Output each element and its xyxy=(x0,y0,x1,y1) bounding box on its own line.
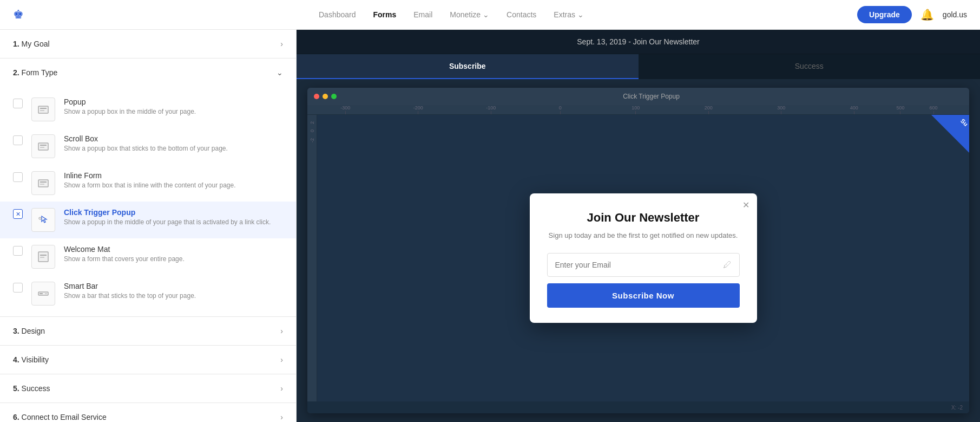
status-bar: X: -2 xyxy=(307,401,969,413)
inline-checkbox[interactable] xyxy=(13,172,23,182)
form-type-welcome-mat[interactable]: Welcome Mat Show a form that covers your… xyxy=(0,238,296,275)
browser-titlebar: Click Trigger Popup xyxy=(307,88,969,105)
chevron-down-icon: ⌄ xyxy=(483,10,489,19)
success-title: 5. Success xyxy=(13,384,50,393)
browser-title: Click Trigger Popup xyxy=(340,93,963,100)
sidebar: 1. My Goal › 2. Form Type ⌄ xyxy=(0,30,297,422)
scroll-box-icon xyxy=(31,134,55,158)
sidebar-section-success: 5. Success › xyxy=(0,374,296,403)
svg-rect-14 xyxy=(40,293,43,294)
preview-title: Sept. 13, 2019 - Join Our Newsletter xyxy=(577,37,699,46)
my-goal-header[interactable]: 1. My Goal › xyxy=(0,30,296,58)
design-header[interactable]: 3. Design › xyxy=(0,317,296,345)
top-navigation: ♚ Dashboard Forms Email Monetize ⌄ Conta… xyxy=(0,0,980,30)
welcome-mat-info: Welcome Mat Show a form that covers your… xyxy=(64,245,283,264)
nav-contacts[interactable]: Contacts xyxy=(507,10,536,19)
smart-bar-name: Smart Bar xyxy=(64,282,283,290)
svg-rect-12 xyxy=(40,257,44,258)
form-type-click-trigger[interactable]: Click Trigger Popup Show a popup in the … xyxy=(0,202,296,238)
design-title: 3. Design xyxy=(13,327,45,335)
scroll-box-checkbox[interactable] xyxy=(13,135,23,145)
ruler-vertical: -2 0 2 xyxy=(307,115,317,401)
status-coords: X: -2 xyxy=(951,405,963,411)
visibility-title: 4. Visibility xyxy=(13,355,49,364)
smart-bar-icon xyxy=(31,282,55,306)
click-trigger-checkbox[interactable] xyxy=(13,209,23,219)
crown-icon: ♚ xyxy=(13,8,24,21)
nav-extras[interactable]: Extras ⌄ xyxy=(554,10,584,19)
scroll-box-name: Scroll Box xyxy=(64,134,283,143)
svg-rect-2 xyxy=(40,110,44,111)
svg-rect-0 xyxy=(38,106,48,113)
svg-rect-11 xyxy=(40,255,47,256)
svg-rect-5 xyxy=(40,147,44,148)
canvas-main: Su ✕ Join Our Newsletter Sign up today a… xyxy=(317,115,969,401)
sidebar-section-email-service: 6. Connect to Email Service › xyxy=(0,403,296,422)
success-header[interactable]: 5. Success › xyxy=(0,374,296,402)
welcome-mat-name: Welcome Mat xyxy=(64,245,283,254)
email-icon: 🖊 xyxy=(723,260,732,270)
welcome-mat-checkbox[interactable] xyxy=(13,246,23,256)
form-type-scroll-box[interactable]: Scroll Box Show a popup box that sticks … xyxy=(0,128,296,165)
popup-title: Join Our Newsletter xyxy=(547,211,740,225)
chevron-right-icon: › xyxy=(280,413,283,421)
form-type-inline[interactable]: Inline Form Show a form box that is inli… xyxy=(0,165,296,202)
popup-subtitle: Sign up today and be the first to get no… xyxy=(547,230,740,241)
my-goal-title: 1. My Goal xyxy=(13,40,50,48)
tab-success[interactable]: Success xyxy=(639,54,981,79)
browser-dot-red xyxy=(314,94,319,99)
click-trigger-name: Click Trigger Popup xyxy=(64,208,283,217)
chevron-down-icon: ⌄ xyxy=(577,10,584,19)
topnav-right: Upgrade 🔔 gold.us xyxy=(857,6,967,23)
welcome-mat-icon xyxy=(31,245,55,269)
svg-rect-15 xyxy=(45,293,47,294)
canvas-wrapper: Click Trigger Popup -300 -200 -100 0 100… xyxy=(297,79,980,422)
email-service-header[interactable]: 6. Connect to Email Service › xyxy=(0,403,296,422)
smart-bar-checkbox[interactable] xyxy=(13,283,23,293)
popup-subscribe-button[interactable]: Subscribe Now xyxy=(547,283,740,308)
popup-desc: Show a popup box in the middle of your p… xyxy=(64,107,283,116)
inline-info: Inline Form Show a form box that is inli… xyxy=(64,171,283,190)
inline-icon xyxy=(31,171,55,195)
chevron-right-icon: › xyxy=(280,327,283,335)
nav-email[interactable]: Email xyxy=(413,10,432,19)
sidebar-section-design: 3. Design › xyxy=(0,317,296,346)
welcome-mat-desc: Show a form that covers your entire page… xyxy=(64,255,283,264)
main-layout: 1. My Goal › 2. Form Type ⌄ xyxy=(0,30,980,422)
nav-dashboard[interactable]: Dashboard xyxy=(319,10,356,19)
tab-subscribe[interactable]: Subscribe xyxy=(297,54,639,79)
svg-rect-8 xyxy=(40,184,44,185)
nav-links: Dashboard Forms Email Monetize ⌄ Contact… xyxy=(45,10,857,19)
bell-icon[interactable]: 🔔 xyxy=(920,8,934,21)
sidebar-section-form-type: 2. Form Type ⌄ Popup xyxy=(0,59,296,317)
inline-desc: Show a form box that is inline with the … xyxy=(64,181,283,190)
logo[interactable]: ♚ xyxy=(13,8,24,22)
nav-monetize[interactable]: Monetize ⌄ xyxy=(450,10,489,19)
visibility-header[interactable]: 4. Visibility › xyxy=(0,346,296,374)
email-service-title: 6. Connect to Email Service xyxy=(13,413,107,421)
click-trigger-icon xyxy=(31,208,55,232)
ruler-horizontal: -300 -200 -100 0 100 200 300 400 500 600 xyxy=(307,105,969,115)
smart-bar-desc: Show a bar that sticks to the top of you… xyxy=(64,291,283,301)
smart-bar-info: Smart Bar Show a bar that sticks to the … xyxy=(64,282,283,301)
sidebar-section-visibility: 4. Visibility › xyxy=(0,346,296,374)
svg-rect-1 xyxy=(40,108,47,109)
chevron-down-icon: ⌄ xyxy=(277,68,283,77)
popup-email-field-wrapper: 🖊 xyxy=(547,253,740,277)
preview-header: Sept. 13, 2019 - Join Our Newsletter xyxy=(297,30,980,54)
sidebar-section-my-goal: 1. My Goal › xyxy=(0,30,296,59)
browser-chrome: Click Trigger Popup -300 -200 -100 0 100… xyxy=(307,88,969,413)
svg-rect-7 xyxy=(40,181,47,183)
form-type-popup[interactable]: Popup Show a popup box in the middle of … xyxy=(0,91,296,128)
click-trigger-info: Click Trigger Popup Show a popup in the … xyxy=(64,208,283,227)
popup-icon xyxy=(31,98,55,121)
chevron-right-icon: › xyxy=(280,384,283,393)
chevron-right-icon: › xyxy=(280,40,283,48)
popup-email-input[interactable] xyxy=(555,261,723,269)
popup-close-button[interactable]: ✕ xyxy=(742,200,749,210)
form-type-header[interactable]: 2. Form Type ⌄ xyxy=(0,59,296,87)
upgrade-button[interactable]: Upgrade xyxy=(857,6,912,23)
popup-checkbox[interactable] xyxy=(13,99,23,108)
form-type-smart-bar[interactable]: Smart Bar Show a bar that sticks to the … xyxy=(0,275,296,312)
nav-forms[interactable]: Forms xyxy=(373,10,396,19)
